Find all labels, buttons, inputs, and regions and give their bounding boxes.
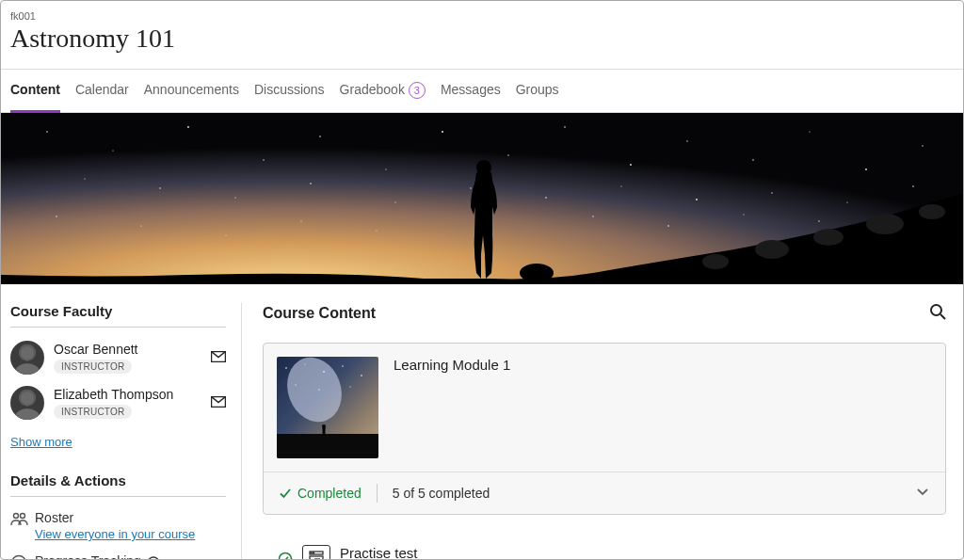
search-icon[interactable] xyxy=(929,303,946,324)
faculty-heading: Course Faculty xyxy=(10,303,226,328)
svg-point-30 xyxy=(226,235,227,236)
roster-icon xyxy=(10,511,29,530)
svg-point-15 xyxy=(922,146,923,147)
svg-point-17 xyxy=(159,188,160,189)
roster-title: Roster xyxy=(35,510,195,525)
svg-rect-71 xyxy=(310,556,323,560)
svg-point-18 xyxy=(234,198,235,199)
tab-calendar[interactable]: Calendar xyxy=(75,70,129,112)
svg-rect-66 xyxy=(323,427,326,436)
svg-point-19 xyxy=(310,183,312,184)
svg-point-11 xyxy=(686,141,687,142)
svg-point-46 xyxy=(14,514,19,519)
svg-point-32 xyxy=(377,231,378,232)
role-chip: INSTRUCTOR xyxy=(54,360,132,374)
svg-point-24 xyxy=(696,199,698,200)
gradebook-badge: 3 xyxy=(409,82,426,99)
faculty-row: Elizabeth Thompson INSTRUCTOR xyxy=(10,386,226,420)
svg-point-5 xyxy=(319,136,321,137)
svg-point-48 xyxy=(12,556,26,560)
svg-point-9 xyxy=(564,126,566,128)
show-more-link[interactable]: Show more xyxy=(10,435,72,449)
course-header: fk001 Astronomy 101 xyxy=(1,1,963,59)
faculty-name: Oscar Bennett xyxy=(54,342,138,357)
sidebar: Course Faculty Oscar Bennett INSTRUCTOR … xyxy=(1,303,242,560)
svg-point-49 xyxy=(148,557,159,560)
svg-point-62 xyxy=(349,387,350,388)
svg-rect-64 xyxy=(277,434,378,458)
assignment-title: Practise test xyxy=(340,545,496,560)
svg-point-14 xyxy=(865,168,867,170)
svg-point-69 xyxy=(311,552,312,553)
svg-point-67 xyxy=(280,553,292,560)
svg-point-33 xyxy=(592,216,593,217)
course-tabs: Content Calendar Announcements Discussio… xyxy=(1,69,963,113)
svg-point-31 xyxy=(300,221,301,222)
content-heading: Course Content xyxy=(263,305,376,322)
tab-groups[interactable]: Groups xyxy=(516,70,559,112)
main-content: Course Content xyxy=(242,303,963,560)
svg-point-13 xyxy=(809,132,810,133)
svg-point-4 xyxy=(263,160,264,161)
module-progress: 5 of 5 completed xyxy=(393,486,490,501)
check-icon xyxy=(279,487,292,500)
svg-point-3 xyxy=(187,126,189,128)
tab-announcements[interactable]: Announcements xyxy=(144,70,239,112)
svg-point-59 xyxy=(361,375,362,376)
svg-point-22 xyxy=(545,197,547,199)
progress-action: Progress Tracking On xyxy=(10,553,226,560)
roster-link[interactable]: View everyone in your course xyxy=(35,527,195,541)
svg-point-10 xyxy=(630,164,632,166)
mail-icon[interactable] xyxy=(211,349,226,366)
svg-point-25 xyxy=(771,193,772,194)
svg-line-53 xyxy=(940,314,945,319)
status-complete-icon xyxy=(278,552,293,560)
assignment-item[interactable]: Practise test Due date: 3/27/24, 11:59 P… xyxy=(263,526,946,560)
svg-point-47 xyxy=(21,514,25,519)
mail-icon[interactable] xyxy=(211,394,226,411)
svg-point-27 xyxy=(912,185,914,187)
course-code: fk001 xyxy=(10,10,954,22)
svg-point-40 xyxy=(866,214,904,234)
svg-point-41 xyxy=(919,204,945,219)
svg-point-21 xyxy=(470,188,471,189)
svg-point-7 xyxy=(442,131,443,133)
svg-point-37 xyxy=(702,254,729,269)
learning-module-card[interactable]: Learning Module 1 Completed 5 of 5 compl… xyxy=(263,343,946,515)
svg-point-6 xyxy=(385,169,386,170)
avatar xyxy=(10,341,44,375)
tab-gradebook[interactable]: Gradebook3 xyxy=(340,70,426,112)
module-title: Learning Module 1 xyxy=(394,357,510,373)
svg-point-35 xyxy=(743,215,744,216)
svg-point-26 xyxy=(846,202,847,203)
avatar xyxy=(10,386,44,420)
svg-point-16 xyxy=(84,179,85,180)
svg-point-55 xyxy=(285,367,287,369)
info-icon[interactable] xyxy=(147,556,160,560)
svg-point-52 xyxy=(931,305,941,315)
progress-icon xyxy=(10,554,29,560)
test-icon xyxy=(302,545,330,560)
progress-title: Progress Tracking xyxy=(35,553,160,560)
svg-point-1 xyxy=(46,131,48,133)
tab-discussions[interactable]: Discussions xyxy=(254,70,325,112)
tab-content[interactable]: Content xyxy=(10,70,60,112)
course-banner-image xyxy=(1,113,963,284)
svg-point-2 xyxy=(112,151,113,152)
svg-point-42 xyxy=(520,264,554,282)
svg-point-29 xyxy=(140,226,141,227)
svg-point-36 xyxy=(818,221,819,222)
svg-point-8 xyxy=(507,155,508,156)
details-heading: Details & Actions xyxy=(10,472,226,497)
tab-messages[interactable]: Messages xyxy=(441,70,501,112)
svg-point-39 xyxy=(813,229,844,246)
module-footer: Completed 5 of 5 completed xyxy=(264,472,945,514)
svg-point-12 xyxy=(752,159,754,161)
svg-point-28 xyxy=(56,216,56,217)
svg-point-23 xyxy=(620,186,621,187)
roster-action: Roster View everyone in your course xyxy=(10,510,226,542)
svg-point-58 xyxy=(342,366,343,367)
chevron-down-icon[interactable] xyxy=(915,484,930,503)
module-thumbnail xyxy=(277,357,378,458)
svg-point-38 xyxy=(755,240,789,259)
